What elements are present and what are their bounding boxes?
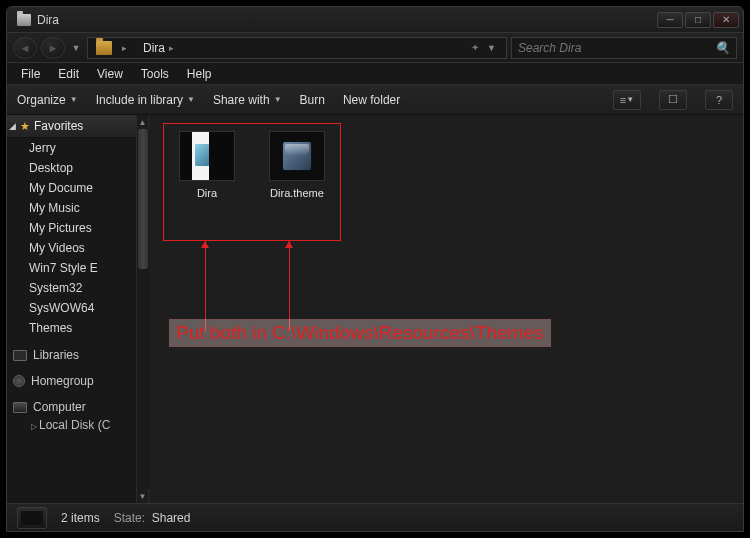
arrow-up-icon — [285, 241, 293, 248]
organize-button[interactable]: Organize▼ — [17, 93, 78, 107]
maximize-button[interactable]: □ — [685, 12, 711, 28]
arrow-up-icon — [201, 241, 209, 248]
chevron-down-icon: ▼ — [70, 95, 78, 104]
file-item-dira-folder[interactable]: Dira — [169, 129, 245, 201]
file-label: Dira — [197, 187, 217, 199]
star-icon: ★ — [20, 120, 30, 133]
sidebar-item-syswow64[interactable]: SysWOW64 — [7, 298, 136, 318]
sidebar-homegroup-label: Homegroup — [31, 374, 94, 388]
sidebar-scrollbar[interactable]: ▲ ▼ — [137, 115, 149, 503]
annotation-line — [289, 241, 290, 301]
sidebar-favorites-header[interactable]: ◢ ★ Favorites — [7, 115, 136, 138]
chevron-right-icon: ▸ — [118, 43, 131, 53]
menu-edit[interactable]: Edit — [50, 65, 87, 83]
titlebar: Dira ─ □ ✕ — [7, 7, 743, 33]
sidebar-item-pictures[interactable]: My Pictures — [7, 218, 136, 238]
sidebar-homegroup[interactable]: Homegroup — [7, 364, 136, 390]
help-button[interactable]: ? — [705, 90, 733, 110]
sidebar-item-themes[interactable]: Themes — [7, 318, 136, 338]
forward-button[interactable]: ► — [41, 37, 65, 59]
file-label: Dira.theme — [270, 187, 324, 199]
status-bar: 2 items State: Shared — [7, 503, 743, 531]
homegroup-icon — [13, 375, 25, 387]
status-item-count: 2 items — [61, 511, 100, 525]
body: ◢ ★ Favorites Jerry Desktop My Docume My… — [7, 115, 743, 503]
content-pane[interactable]: Dira Dira.theme Put both in C:\Windows\R… — [149, 115, 743, 503]
search-icon: 🔍 — [715, 41, 730, 55]
folder-icon — [96, 41, 112, 55]
sidebar-item-music[interactable]: My Music — [7, 198, 136, 218]
status-state-value: Shared — [152, 511, 191, 525]
computer-icon — [13, 402, 27, 413]
window-title: Dira — [37, 13, 59, 27]
sidebar: ◢ ★ Favorites Jerry Desktop My Docume My… — [7, 115, 137, 503]
libraries-icon — [13, 350, 27, 361]
breadcrumb[interactable]: ▸ Dira ▸ ✦ ▼ — [87, 37, 507, 59]
search-input[interactable] — [518, 41, 715, 55]
scroll-up-icon[interactable]: ▲ — [137, 115, 149, 129]
file-item-dira-theme[interactable]: Dira.theme — [259, 129, 335, 201]
new-folder-button[interactable]: New folder — [343, 93, 400, 107]
burn-button[interactable]: Burn — [300, 93, 325, 107]
sidebar-item-win7style[interactable]: Win7 Style E — [7, 258, 136, 278]
preview-pane-button[interactable]: ☐ — [659, 90, 687, 110]
minimize-button[interactable]: ─ — [657, 12, 683, 28]
sidebar-item-documents[interactable]: My Docume — [7, 178, 136, 198]
sidebar-favorites-label: Favorites — [34, 119, 83, 133]
sidebar-computer[interactable]: Computer — [7, 390, 136, 416]
share-with-button[interactable]: Share with▼ — [213, 93, 282, 107]
sidebar-libraries[interactable]: Libraries — [7, 338, 136, 364]
breadcrumb-label: Dira — [143, 41, 165, 55]
sidebar-libraries-label: Libraries — [33, 348, 79, 362]
explorer-window: Dira ─ □ ✕ ◄ ► ▼ ▸ Dira ▸ ✦ ▼ — [6, 6, 744, 532]
sidebar-item-videos[interactable]: My Videos — [7, 238, 136, 258]
status-state-label: State: — [114, 511, 145, 525]
file-grid: Dira Dira.theme — [169, 129, 335, 201]
chevron-down-icon[interactable]: ▼ — [483, 43, 500, 53]
menu-bar: File Edit View Tools Help — [7, 63, 743, 85]
collapse-icon: ◢ — [9, 121, 16, 131]
toolbar: Organize▼ Include in library▼ Share with… — [7, 85, 743, 115]
navigation-bar: ◄ ► ▼ ▸ Dira ▸ ✦ ▼ 🔍 — [7, 33, 743, 63]
sidebar-computer-label: Computer — [33, 400, 86, 414]
sidebar-item-desktop[interactable]: Desktop — [7, 158, 136, 178]
include-library-button[interactable]: Include in library▼ — [96, 93, 195, 107]
change-view-button[interactable]: ≡▼ — [613, 90, 641, 110]
search-box[interactable]: 🔍 — [511, 37, 737, 59]
chevron-right-icon: ▸ — [165, 43, 178, 53]
titlebar-folder-icon — [17, 14, 31, 26]
folder-thumbnail-icon — [179, 131, 235, 181]
close-button[interactable]: ✕ — [713, 12, 739, 28]
annotation-text: Put both in C:\Windows\Resources\Themes — [169, 319, 551, 347]
star-icon: ✦ — [471, 42, 479, 53]
chevron-down-icon: ▼ — [274, 95, 282, 104]
status-folder-icon — [17, 507, 47, 529]
menu-file[interactable]: File — [13, 65, 48, 83]
chevron-down-icon: ▼ — [187, 95, 195, 104]
menu-tools[interactable]: Tools — [133, 65, 177, 83]
window-controls: ─ □ ✕ — [657, 12, 739, 28]
scroll-down-icon[interactable]: ▼ — [137, 489, 149, 503]
sidebar-item-jerry[interactable]: Jerry — [7, 138, 136, 158]
sidebar-item-system32[interactable]: System32 — [7, 278, 136, 298]
sidebar-item-localdisk[interactable]: ▷Local Disk (C — [7, 416, 136, 434]
expand-icon: ▷ — [31, 422, 37, 431]
back-button[interactable]: ◄ — [13, 37, 37, 59]
theme-thumbnail-icon — [269, 131, 325, 181]
breadcrumb-root[interactable]: ▸ — [88, 38, 135, 58]
annotation-line — [205, 241, 206, 331]
menu-view[interactable]: View — [89, 65, 131, 83]
menu-help[interactable]: Help — [179, 65, 220, 83]
breadcrumb-segment-dira[interactable]: Dira ▸ — [135, 38, 182, 58]
scroll-track[interactable] — [137, 129, 149, 489]
scroll-thumb[interactable] — [138, 129, 148, 269]
history-dropdown[interactable]: ▼ — [69, 43, 83, 53]
